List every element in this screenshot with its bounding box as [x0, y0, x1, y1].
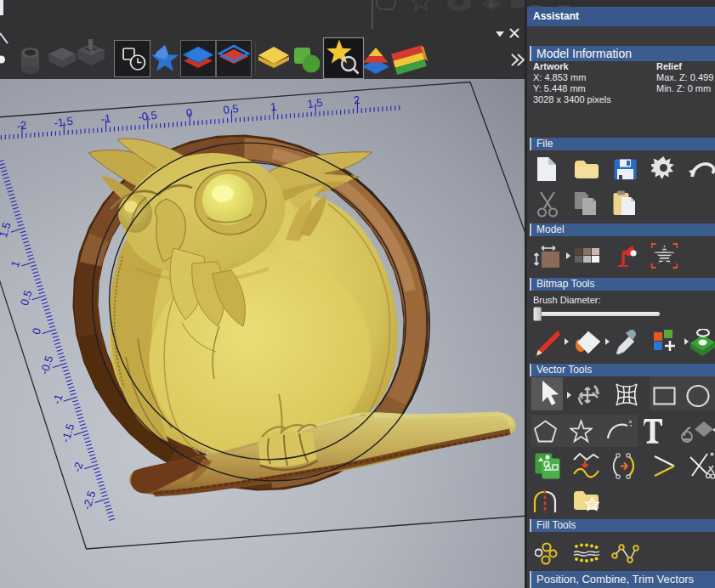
svg-text:-1.5: -1.5	[53, 115, 73, 130]
svg-text:-2: -2	[16, 118, 27, 132]
svg-text:0.5: 0.5	[223, 102, 240, 116]
svg-text:1.5: 1.5	[307, 96, 324, 110]
svg-text:-1: -1	[100, 111, 111, 125]
svg-text:-0.5: -0.5	[137, 109, 157, 124]
